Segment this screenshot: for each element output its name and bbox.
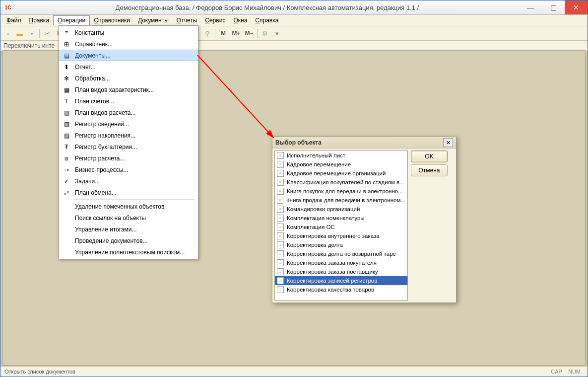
memory-mplus-button[interactable]: M+ — [230, 28, 242, 39]
menu-item-label: Бизнес-процессы... — [75, 166, 192, 173]
menu-item[interactable]: ✻Обработка... — [59, 73, 198, 84]
menu-item-icon: ▥ — [62, 108, 71, 117]
menu-item-icon: ⬍ — [62, 63, 71, 72]
list-item-label: Командировки организаций — [287, 206, 360, 212]
list-item-label: Кадровое перемещение — [287, 161, 351, 167]
list-item[interactable]: ≡Корректировка долга — [275, 240, 407, 249]
menu-item-label: Отчет... — [75, 64, 192, 71]
menu-item-icon: ⧈ — [62, 154, 71, 163]
menu-item[interactable]: ▨Регистр накопления... — [59, 130, 198, 141]
menu-item[interactable]: ✓Задачи... — [59, 175, 198, 187]
menu-item-файл[interactable]: Файл — [2, 16, 25, 25]
list-item-label: Комплектация номенклатуры — [287, 215, 365, 221]
menu-item-сервис[interactable]: Сервис — [201, 16, 229, 25]
menu-item[interactable]: Управление итогами... — [59, 224, 198, 235]
memory-m-button[interactable]: M — [217, 28, 229, 39]
menu-item[interactable]: Удаление помеченных объектов — [59, 201, 198, 212]
user-icon[interactable]: ⚲ — [202, 28, 213, 39]
close-button[interactable]: ✕ — [565, 0, 588, 14]
menu-item[interactable]: ▥План видов расчета... — [59, 107, 198, 118]
list-item-label: Кадровое перемещение организаций — [287, 170, 386, 176]
menu-bar: ФайлПравкаОперацииСправочникиДокументыОт… — [0, 15, 588, 26]
list-item[interactable]: ≡Корректировка заказа покупателя — [275, 258, 407, 267]
list-item[interactable]: ≡Комплектация ОС — [275, 223, 407, 231]
list-item[interactable]: ≡Корректировка внутреннего заказа — [275, 231, 407, 240]
maximize-button[interactable]: ▢ — [542, 0, 565, 14]
document-icon: ≡ — [277, 170, 284, 177]
list-item[interactable]: ≡Корректировка записей регистров — [275, 276, 407, 285]
document-icon: ≡ — [277, 206, 284, 213]
wrench-icon[interactable]: ⚙ — [260, 28, 270, 39]
open-icon[interactable]: ▬ — [14, 28, 25, 39]
list-item[interactable]: ≡Кадровое перемещение организаций — [275, 169, 407, 178]
list-item[interactable]: ≡Командировки организаций — [275, 205, 407, 214]
menu-item-справка[interactable]: Справка — [251, 16, 282, 25]
object-list[interactable]: ≡Исполнительный лист≡Кадровое перемещени… — [274, 151, 408, 301]
menu-item[interactable]: ⊞Справочник... — [59, 38, 198, 50]
menu-item-icon: ▨ — [62, 131, 71, 140]
menu-item[interactable]: ▦План видов характеристик... — [59, 84, 198, 95]
list-item[interactable]: ≡Комплектация номенклатуры — [275, 214, 407, 223]
list-item[interactable]: ≡Корректировка заказа поставщику — [275, 267, 407, 276]
list-item-label: Корректировка долга по возвратной таре — [287, 251, 396, 257]
menu-item[interactable]: Управление полнотекстовым поиском... — [59, 246, 198, 258]
menu-item-label: Проведение документов... — [75, 237, 192, 244]
new-icon[interactable]: ▫ — [2, 28, 13, 39]
list-item[interactable]: ≡Корректировка долга по возвратной таре — [275, 249, 407, 258]
chevron-down-icon[interactable]: ▾ — [271, 28, 282, 39]
memory-mminus-button[interactable]: M− — [243, 28, 255, 39]
menu-item-окна[interactable]: Окна — [229, 16, 251, 25]
list-item-label: Классификация покупателей по стадиям в..… — [287, 179, 404, 185]
menu-item[interactable]: ⇄План обмена... — [59, 187, 198, 198]
menu-item-операции[interactable]: Операции — [53, 15, 90, 25]
ok-button[interactable]: OK — [411, 151, 448, 162]
list-item-label: Корректировка заказа поставщику — [287, 269, 378, 275]
save-icon[interactable]: ▪ — [26, 28, 37, 39]
menu-item[interactable]: ₮Регистр бухгалтерии... — [59, 141, 198, 152]
menu-item[interactable]: ⧈Регистр расчета... — [59, 152, 198, 164]
list-item[interactable]: ≡Исполнительный лист — [275, 151, 407, 160]
list-item[interactable]: ≡Книга продаж для передачи в электронном… — [275, 196, 407, 205]
menu-item[interactable]: Проведение документов... — [59, 235, 198, 246]
list-item[interactable]: ≡Классификация покупателей по стадиям в.… — [275, 178, 407, 187]
list-item-label: Корректировка записей регистров — [287, 278, 377, 284]
menu-item[interactable]: ≡Константы — [59, 27, 198, 38]
menu-item-label: Регистр бухгалтерии... — [75, 144, 192, 151]
list-item[interactable]: ≡Кадровое перемещение — [275, 160, 407, 169]
document-icon: ≡ — [277, 161, 284, 168]
dialog-title-bar[interactable]: Выбор объекта ✕ — [272, 137, 456, 149]
list-item[interactable]: ≡Книга покупок для передачи в электронно… — [275, 187, 407, 196]
list-item-label: Книга продаж для передачи в электронном.… — [286, 197, 405, 203]
list-item-label: Корректировка заказа покупателя — [287, 260, 377, 266]
menu-item-label: Константы — [75, 29, 192, 36]
menu-item-правка[interactable]: Правка — [25, 16, 54, 25]
menu-item-icon: ▧ — [62, 120, 71, 129]
menu-item[interactable]: Поиск ссылок на объекты — [59, 212, 198, 224]
menu-item-label: Регистр сведений... — [75, 121, 192, 128]
menu-item-label: План обмена... — [75, 189, 192, 196]
menu-item-icon: ⇄ — [62, 188, 71, 197]
menu-item[interactable]: ⇢Бизнес-процессы... — [59, 164, 198, 175]
menu-item[interactable]: ▤Документы... — [59, 50, 198, 61]
menu-item-отчеты[interactable]: Отчеты — [173, 16, 201, 25]
document-icon: ≡ — [277, 188, 284, 195]
list-item[interactable]: ≡Корректировка качества товаров — [275, 285, 407, 294]
menu-item[interactable]: ▧Регистр сведений... — [59, 118, 198, 130]
menu-item-label: План видов характеристик... — [75, 86, 192, 93]
menu-item[interactable]: ⬍Отчет... — [59, 61, 198, 73]
operations-menu: ≡Константы⊞Справочник...▤Документы...⬍От… — [59, 25, 198, 259]
menu-item-документы[interactable]: Документы — [134, 16, 173, 25]
menu-item-справочники[interactable]: Справочники — [90, 16, 134, 25]
object-select-dialog: Выбор объекта ✕ ≡Исполнительный лист≡Кад… — [272, 137, 457, 303]
app-logo-icon: 1C — [2, 2, 13, 13]
dialog-close-button[interactable]: ✕ — [443, 138, 453, 147]
cut-icon[interactable]: ✂ — [42, 28, 53, 39]
menu-item-icon: ▤ — [62, 51, 71, 60]
list-item-label: Комплектация ОС — [287, 224, 335, 230]
minimize-button[interactable]: — — [519, 0, 542, 14]
menu-item-label: Документы... — [75, 52, 192, 59]
cancel-button[interactable]: Отмена — [411, 164, 448, 176]
menu-item-icon: ⇢ — [62, 165, 71, 174]
menu-item[interactable]: TПлан счетов... — [59, 95, 198, 107]
list-item-label: Исполнительный лист — [287, 152, 345, 158]
